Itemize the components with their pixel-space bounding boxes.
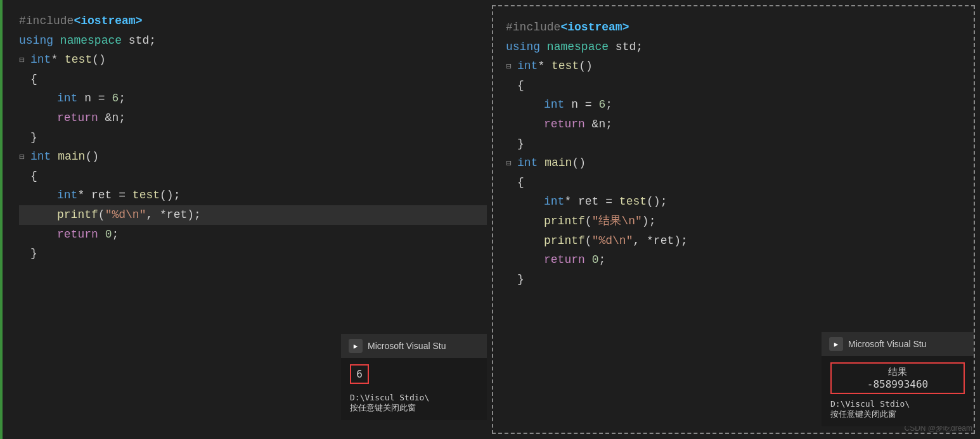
left-green-bar	[0, 0, 3, 439]
right-code-content: #include<iostream> using namespace std; …	[506, 18, 974, 289]
terminal-hint-left: 按任意键关闭此窗	[350, 402, 478, 414]
r-collapse-icon-2[interactable]: ⊟	[506, 156, 516, 172]
line-brace-close-1: }	[19, 128, 487, 148]
terminal-body-left: 6 D:\Viscul Stdio\ 按任意键关闭此窗	[341, 358, 487, 420]
r-line-include: #include<iostream>	[506, 18, 974, 37]
collapse-icon-2[interactable]: ⊟	[19, 150, 29, 165]
terminal-title-left: Microsoft Visual Stu	[368, 341, 446, 351]
line-printf-highlighted: printf("%d\n", *ret);	[19, 205, 487, 225]
r-line-test-sig: ⊟int* test()	[506, 56, 974, 76]
r-line-using: using namespace std;	[506, 37, 974, 57]
terminal-path-left: D:\Viscul Stdio\	[350, 393, 478, 402]
collapse-icon-1[interactable]: ⊟	[19, 53, 29, 68]
terminal-header-right: ▶ Microsoft Visual Stu	[822, 332, 974, 356]
r-line-printf-d: printf("%d\n", *ret);	[506, 231, 974, 251]
line-include-1: #include<iostream>	[19, 11, 487, 31]
left-terminal-popup: ▶ Microsoft Visual Stu 6 D:\Viscul Stdio…	[341, 334, 487, 420]
terminal-title-right: Microsoft Visual Stu	[848, 339, 926, 349]
r-line-int-n: int n = 6;	[506, 95, 974, 115]
r-line-main-sig: ⊟int main()	[506, 153, 974, 173]
left-code-content: #include<iostream> using namespace std; …	[19, 11, 487, 264]
terminal-hint-right: 按任意键关闭此窗	[830, 409, 965, 420]
line-brace-open-2: {	[19, 167, 487, 186]
right-terminal-popup: ▶ Microsoft Visual Stu 结果 -858993460 D:\…	[822, 332, 974, 426]
r-line-return-n: return &n;	[506, 115, 974, 134]
line-main-sig: ⊟int main()	[19, 147, 487, 167]
main-container: #include<iostream> using namespace std; …	[0, 0, 980, 439]
terminal-path-right: D:\Viscul Stdio\	[830, 399, 965, 409]
line-test-sig: ⊟int* test()	[19, 50, 487, 70]
terminal-icon-left: ▶	[349, 339, 363, 353]
r-line-brace-open-2: {	[506, 173, 974, 193]
r-line-printf-result: printf("结果\n");	[506, 212, 974, 231]
terminal-icon-right: ▶	[829, 337, 843, 351]
r-line-brace-close-2: }	[506, 270, 974, 289]
line-int-ret: int* ret = test();	[19, 186, 487, 205]
line-brace-close-2: }	[19, 244, 487, 264]
result-box-right: 结果 -858993460	[830, 362, 965, 394]
r-line-int-ret: int* ret = test();	[506, 192, 974, 212]
iostream-text: <iostream>	[74, 11, 142, 31]
r-line-brace-open-1: {	[506, 76, 974, 96]
line-return-0: return 0;	[19, 225, 487, 245]
r-line-brace-close-1: }	[506, 134, 974, 154]
terminal-header-left: ▶ Microsoft Visual Stu	[341, 334, 487, 358]
result-box-left: 6	[350, 364, 369, 384]
r-line-return-0: return 0;	[506, 250, 974, 270]
line-using-1: using namespace std;	[19, 31, 487, 51]
result-value-right: -858993460	[837, 378, 958, 390]
using-kw: using	[19, 31, 53, 51]
r-collapse-icon-1[interactable]: ⊟	[506, 60, 516, 75]
result-label-right: 结果	[837, 366, 958, 378]
terminal-body-right: 结果 -858993460 D:\Viscul Stdio\ 按任意键关闭此窗	[822, 356, 974, 426]
line-return-n: return &n;	[19, 108, 487, 128]
line-int-n: int n = 6;	[19, 89, 487, 108]
line-brace-open-1: {	[19, 70, 487, 89]
preprocessor-hash: #include	[19, 11, 74, 31]
